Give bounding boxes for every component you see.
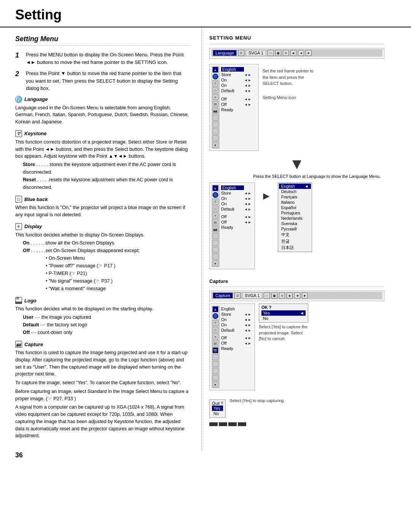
menu-main-2: English Store ◄► On ◄► On <box>220 184 253 267</box>
sidebar-icon-blank3 <box>212 128 218 134</box>
menu-diagram-box: ▲ 🌐 ▽ □ ≡ 30 📷 ▼ <box>209 64 259 151</box>
bullet-2: "Power off?" message (☞ P17 ) <box>42 262 190 270</box>
capture-svga: SVGA 1 <box>242 292 262 299</box>
feature-language-title: 🌐 Language <box>15 96 190 103</box>
lang-english-arrow: ◄ <box>304 184 309 189</box>
display-bullets: On-Screen Menu "Power off?" message (☞ P… <box>30 254 190 292</box>
c-icon6: ◄ <box>294 292 300 299</box>
feature-display: ≡ Display This function decides whether … <box>15 223 190 293</box>
c-icon3: ▦ <box>271 292 277 299</box>
on1-arrow: ◄► <box>244 78 252 82</box>
bullet-4: "No signal" message (☞ P37 ) <box>42 277 190 285</box>
quit-dialog: Quit ? Yes No <box>209 399 226 418</box>
feature-blueback: □ Blue back When this function is "On," … <box>15 196 190 219</box>
menu-topbar-row: Language ⊡ SVGA 1 □ ▦ ⊙ ◈ ◄ ► <box>211 49 382 57</box>
topbar-icon1: ⊡ <box>238 50 244 56</box>
sidebar-icon-sq: □ <box>212 87 218 93</box>
menu-content-2: ▲ 🌐 ▽ □ ≡ 30 📷 ▼ <box>211 184 253 267</box>
quit-no: No <box>212 411 223 416</box>
display-on: On . . . . . .show all the On-Screen Dis… <box>23 239 190 247</box>
feature-keystone-label: Keystone <box>24 131 47 136</box>
page-title: Setting <box>15 7 62 22</box>
feature-logo: 30 Logo This function decides what to be… <box>15 297 190 336</box>
menu-sidebar-2: ▲ 🌐 ▽ □ ≡ 30 📷 ▼ <box>211 184 220 267</box>
s2-globe: 🌐 <box>212 192 218 198</box>
feature-logo-text: This function decides what to be display… <box>15 305 190 313</box>
c-icon4: ⊙ <box>279 292 285 299</box>
menu-main-content: English Store ◄► On ◄► <box>220 66 257 149</box>
menu-label-on2: On <box>221 83 244 88</box>
cm-on2: On ◄► <box>221 322 252 328</box>
step-1-num: 1 <box>15 50 26 66</box>
lang-chinese: 中文 <box>279 232 311 238</box>
step-2: 2 Press the Point ▼ button to move the r… <box>15 70 190 92</box>
feature-language-text: Language used in the On-Screen Menu is s… <box>15 104 190 126</box>
cs-b2 <box>212 361 218 367</box>
menu-label-store: Store <box>221 72 244 77</box>
off1-arrow: ◄► <box>244 97 252 101</box>
store-arrow: ◄► <box>244 73 252 77</box>
s2-tri: ▽ <box>212 199 218 205</box>
lang-italiano: Italiano <box>279 200 311 205</box>
ok-yes-arrow: ◄ <box>300 311 304 315</box>
feature-capture-title: 📷 Capture <box>15 341 190 348</box>
cm-ready: Ready <box>221 346 252 351</box>
cs-menu: ≡ <box>212 334 218 340</box>
bar-block-2 <box>219 422 227 426</box>
s2-l: 30 <box>212 219 218 225</box>
step-1: 1 Press the MENU button to display the O… <box>15 51 190 66</box>
topbar-icon6: ◄ <box>298 50 304 56</box>
section-title: Setting Menu <box>15 35 190 46</box>
menu-row-ready: Ready <box>221 107 255 112</box>
language-icon: 🌐 <box>15 96 22 103</box>
lang-english-label: English <box>281 184 295 189</box>
capture-section: Capture Capture ⊡ SVGA 1 □ ▦ ⊙ ◈ ◄ ► <box>209 278 384 426</box>
cm-store: Store ◄► <box>221 312 252 317</box>
callout-2-area: Setting Menu icon <box>263 94 320 101</box>
menu2-on2: On ◄► <box>221 201 252 206</box>
cs-down: ▼ <box>212 382 218 388</box>
menu2-english: English <box>221 185 252 190</box>
feature-logo-label: Logo <box>24 298 37 304</box>
ok-dialog: OK ? Yes ◄ No <box>259 304 308 323</box>
page-number: 36 <box>15 451 23 459</box>
bullet-5: "Wait a moment!" message <box>42 285 190 292</box>
capture-menu-diagram: ▲ 🌐 ▽ □ ≡ 30 📷 ▼ <box>209 304 255 390</box>
feature-keystone-text: This function corrects distortion of a p… <box>15 139 190 160</box>
press-select-text: Press the SELECT button at Language to s… <box>253 174 381 179</box>
sidebar-icon-blank2 <box>212 121 218 128</box>
capture-text2: To capture the image, select "Yes". To c… <box>15 379 190 387</box>
cs-cam: 📷 <box>212 347 218 353</box>
callout-area: Set the red frame pointer to the item an… <box>263 64 320 154</box>
feature-display-label: Display <box>24 224 42 229</box>
menu-row-default: Default ◄► <box>221 88 255 93</box>
menu-main-diagram-row: ▲ 🌐 ▽ □ ≡ 30 📷 ▼ <box>209 64 384 154</box>
cs-b3 <box>212 368 218 374</box>
menu-row-off2: Off ◄► <box>221 102 255 107</box>
quit-dialog-row: Quit ? Yes No Select [Yes] to stop captu… <box>209 396 384 418</box>
sidebar-icon-tri: ▽ <box>212 80 218 86</box>
m2-off2: Off <box>221 220 244 224</box>
feature-display-title: ≡ Display <box>15 223 190 230</box>
ok-title: OK ? <box>261 305 306 310</box>
bar-block-3 <box>228 422 237 426</box>
menu-topbar-box: Language ⊡ SVGA 1 □ ▦ ⊙ ◈ ◄ ► <box>209 48 384 59</box>
lang-espanol: Español <box>279 205 311 210</box>
s2-b2 <box>212 240 218 246</box>
step-2-text: Press the Point ▼ button to move the red… <box>26 70 190 92</box>
s2-cam: 📷 <box>212 226 218 232</box>
s2-menu: ≡ <box>212 212 218 219</box>
cs-b1 <box>212 354 218 360</box>
ok-caption: Select [Yes] to capture the projected im… <box>259 324 308 342</box>
menu-row-english: English <box>221 67 255 72</box>
lang-korean: 한글 <box>279 238 311 244</box>
s2-b3 <box>212 247 218 253</box>
capture-sidebar: ▲ 🌐 ▽ □ ≡ 30 📷 ▼ <box>211 305 220 388</box>
lang-english: English ◄ <box>279 184 311 189</box>
capture-icon: 📷 <box>15 341 22 348</box>
ok-no: No <box>261 316 306 321</box>
s2-b1 <box>212 233 218 239</box>
menu-diagram-box-2: ▲ 🌐 ▽ □ ≡ 30 📷 ▼ <box>209 182 255 269</box>
menu-row-off1: Off ◄► <box>221 96 255 102</box>
capture-menu-content: ▲ 🌐 ▽ □ ≡ 30 📷 ▼ <box>211 305 253 388</box>
